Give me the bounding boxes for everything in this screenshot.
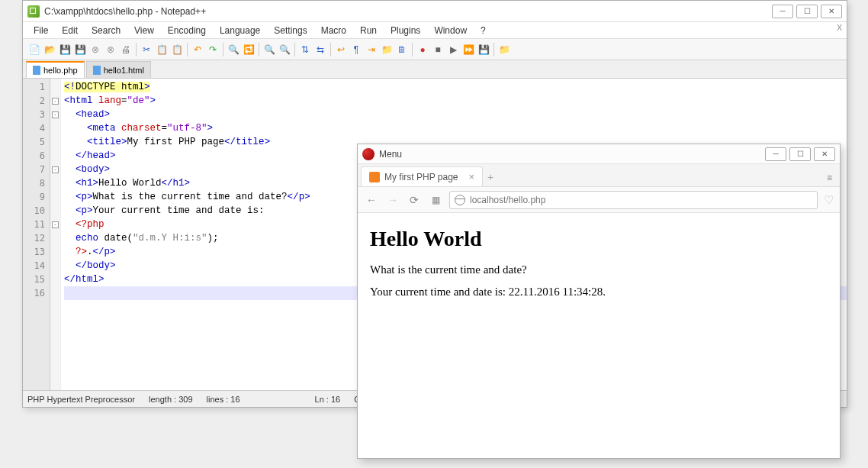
back-button[interactable]: ← [364,192,379,208]
redo-icon[interactable]: ↷ [206,43,220,56]
menu-window[interactable]: Window [428,24,473,37]
file-icon [33,66,40,75]
find-icon[interactable]: 🔍 [227,43,240,56]
maximize-button[interactable]: ☐ [796,5,818,18]
minimize-button[interactable]: ─ [772,5,793,18]
tab-label: hello.php [43,66,78,75]
menu-search[interactable]: Search [85,24,127,37]
speed-dial-icon[interactable]: ▦ [428,192,443,208]
menu-edit[interactable]: Edit [56,24,84,37]
tab-hello-php[interactable]: hello.php [26,61,85,78]
replace-icon[interactable]: 🔁 [242,43,256,56]
print-icon[interactable]: 🖨 [119,43,133,56]
line-gutter: 12345678910111213141516 [23,79,50,390]
page-para-1: What is the current time and date? [370,263,828,276]
record-macro-icon[interactable]: ● [416,43,429,56]
menu-language[interactable]: Language [214,24,266,37]
close-all-icon[interactable]: ⊗ [104,43,117,56]
toolbar: 📄 📂 💾 💾 ⊗ ⊗ 🖨 ✂ 📋 📋 ↶ ↷ 🔍 🔁 🔍 🔍 ⇅ ⇆ ↩ ¶ … [23,39,847,60]
menu-settings[interactable]: Settings [268,24,313,37]
zoom-in-icon[interactable]: 🔍 [262,43,276,56]
globe-icon [455,195,465,205]
menu-encoding[interactable]: Encoding [162,24,212,37]
status-lines: lines : 16 [207,395,240,404]
showall-icon[interactable]: ¶ [349,43,363,56]
notepadpp-icon [27,5,40,18]
menu-bar: File Edit Search View Encoding Language … [23,22,847,39]
status-length: length : 309 [149,395,193,404]
undo-icon[interactable]: ↶ [191,43,204,56]
stop-macro-icon[interactable]: ■ [431,43,445,56]
browser-title-bar[interactable]: Menu ─ ☐ ✕ [358,144,840,164]
page-para-2: Your current time and date is: 22.11.201… [370,286,828,299]
docmap-icon[interactable]: 🗎 [395,43,409,56]
browser-close-button[interactable]: ✕ [814,147,835,161]
menu-run[interactable]: Run [354,24,383,37]
tab-label: hello1.html [104,66,144,75]
fold-column[interactable]: ---- [50,79,61,390]
sync-v-icon[interactable]: ⇅ [298,43,312,56]
menu-close-icon[interactable]: X [837,24,842,32]
menu-help[interactable]: ? [474,24,492,37]
title-bar[interactable]: C:\xampp\htdocs\hello.php - Notepad++ ─ … [23,1,847,22]
file-icon [93,66,101,75]
open-file-icon[interactable]: 📂 [43,43,56,56]
status-ln: Ln : 16 [315,395,341,404]
forward-button[interactable]: → [385,192,400,208]
address-bar-row: ← → ⟳ ▦ localhost/hello.php ♡ [358,187,840,213]
tab-close-icon[interactable]: × [468,171,474,182]
browser-tabs: My first PHP page × + ≡ [358,164,840,187]
bookmark-icon[interactable]: ♡ [824,193,834,207]
sync-h-icon[interactable]: ⇆ [313,43,327,56]
status-lang: PHP Hypertext Preprocessor [27,395,135,404]
browser-window: Menu ─ ☐ ✕ My first PHP page × + ≡ ← → ⟳… [357,144,841,459]
wordwrap-icon[interactable]: ↩ [334,43,348,56]
menu-view[interactable]: View [128,24,160,37]
plugin-icon[interactable]: 📁 [497,43,511,56]
menu-macro[interactable]: Macro [315,24,352,37]
window-title: C:\xampp\htdocs\hello.php - Notepad++ [44,6,772,17]
zoom-out-icon[interactable]: 🔍 [278,43,291,56]
close-file-icon[interactable]: ⊗ [88,43,102,56]
indent-icon[interactable]: ⇥ [365,43,378,56]
url-text: localhost/hello.php [470,195,545,205]
save-icon[interactable]: 💾 [58,43,72,56]
browser-tab[interactable]: My first PHP page × [361,166,483,186]
opera-icon [362,148,375,160]
paste-icon[interactable]: 📋 [170,43,184,56]
page-content: Hello World What is the current time and… [358,213,840,321]
cut-icon[interactable]: ✂ [140,43,153,56]
tab-hello1-html[interactable]: hello1.html [86,61,151,78]
new-file-icon[interactable]: 📄 [27,43,41,56]
browser-minimize-button[interactable]: ─ [765,147,786,161]
browser-menu-label[interactable]: Menu [379,149,402,160]
folder-icon[interactable]: 📁 [380,43,394,56]
menu-file[interactable]: File [27,24,54,37]
play-multi-icon[interactable]: ⏩ [461,43,475,56]
play-macro-icon[interactable]: ▶ [446,43,460,56]
xampp-favicon-icon [369,172,380,182]
save-macro-icon[interactable]: 💾 [477,43,490,56]
close-button[interactable]: ✕ [821,5,842,18]
file-tabs: hello.php hello1.html [23,60,847,79]
new-tab-icon[interactable]: + [483,168,498,186]
address-bar[interactable]: localhost/hello.php [449,191,818,209]
tab-menu-icon[interactable]: ≡ [822,169,837,186]
save-all-icon[interactable]: 💾 [73,43,87,56]
page-heading: Hello World [370,227,828,251]
copy-icon[interactable]: 📋 [155,43,169,56]
browser-maximize-button[interactable]: ☐ [789,147,811,161]
browser-tab-title: My first PHP page [384,172,458,182]
reload-button[interactable]: ⟳ [407,192,422,208]
menu-plugins[interactable]: Plugins [384,24,426,37]
